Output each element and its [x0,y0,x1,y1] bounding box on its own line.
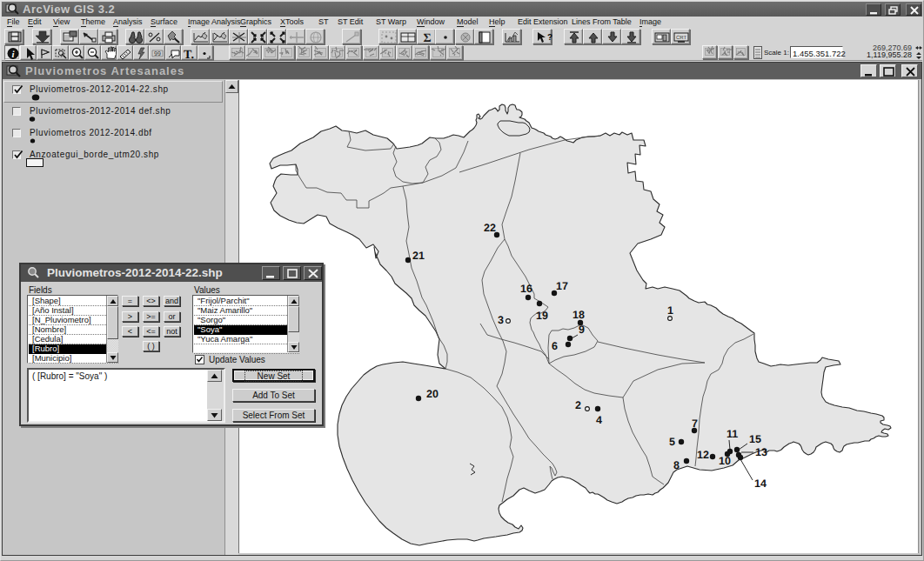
svg-text:1: 1 [667,304,673,317]
svg-text:20: 20 [426,388,439,400]
svg-text:21: 21 [412,250,425,262]
svg-text:T.: T. [184,49,194,61]
svg-text:?: ? [547,33,552,43]
svg-text:2: 2 [575,399,581,411]
svg-text:8: 8 [673,459,680,471]
svg-text:12: 12 [697,449,709,461]
svg-text:18: 18 [572,309,585,321]
svg-text:6: 6 [552,340,558,352]
svg-text:13: 13 [755,446,767,458]
svg-text:22: 22 [484,222,496,234]
svg-text:17: 17 [556,280,568,292]
svg-text:15: 15 [749,433,761,445]
svg-text:10: 10 [719,455,731,467]
svg-text:11: 11 [726,428,738,440]
svg-text:99: 99 [154,51,161,57]
svg-text:4: 4 [596,414,602,426]
svg-text:5: 5 [669,436,675,448]
svg-text:14: 14 [754,478,767,490]
svg-text:16: 16 [520,283,532,295]
svg-text:3: 3 [498,314,504,326]
svg-text:CRT: CRT [676,35,687,41]
svg-text:19: 19 [536,310,548,322]
svg-text:Σ: Σ [423,32,431,45]
svg-text:9: 9 [579,324,585,336]
svg-text:7: 7 [692,417,698,430]
